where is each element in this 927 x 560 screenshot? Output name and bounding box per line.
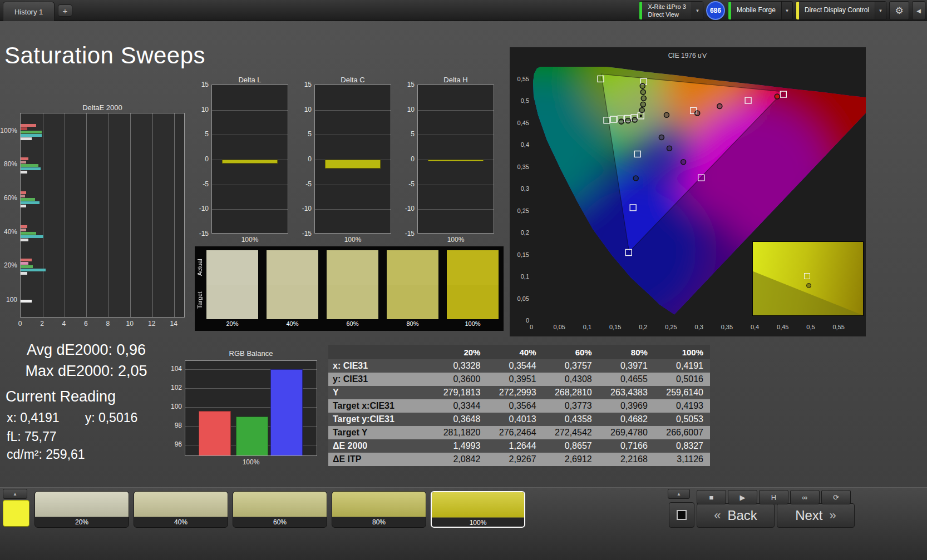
add-tab-button[interactable]: + [58, 4, 72, 17]
axis-tick-label: 8 [100, 320, 116, 328]
axis-tick-label: 0,15 [603, 324, 628, 330]
delta-h-chart [417, 85, 494, 234]
axis-tick-label: 0,2 [511, 229, 529, 236]
column-header: 80% [599, 345, 654, 359]
deltae-bar [21, 195, 25, 197]
table-row: x: CIE310,33280,35440,37570,39710,4191 [328, 359, 710, 373]
meter-label: X-Rite i1Pro 3 Direct View [642, 2, 691, 19]
gridline [65, 113, 65, 317]
measurement-marker [664, 112, 669, 117]
row-label: ΔE 2000 [328, 439, 431, 453]
measurement-marker [632, 117, 637, 122]
axis-tick-label: 0,05 [547, 324, 571, 330]
gridline [212, 110, 288, 111]
cell-value: 0,3544 [487, 359, 543, 373]
axis-tick-label: 2 [34, 320, 51, 328]
next-button-label: Next [795, 508, 822, 523]
axis-tick-label: 15 [201, 81, 209, 88]
top-bar: History 1 + X-Rite i1Pro 3 Direct View ▼… [0, 0, 927, 21]
play-button[interactable]: ▶ [728, 490, 757, 504]
table-row: ΔE 20001,49931,26440,86570,71660,8327 [328, 439, 710, 453]
deltae-bar [21, 235, 43, 238]
table-row: Target y:CIE310,36480,40130,43580,46820,… [328, 413, 710, 426]
gridline [315, 110, 391, 111]
swatch-actual-60% [327, 250, 378, 285]
up-arrow-icon: ▲ [13, 492, 17, 497]
axis-tick-label: 0,05 [511, 295, 529, 302]
deltae2000-x-axis: 02468101214 [20, 320, 185, 329]
delta-h-x-label: 100% [417, 236, 494, 244]
cell-value: 0,3757 [543, 359, 599, 373]
up-arrow-icon: ▲ [677, 492, 681, 497]
measurement-marker [681, 160, 686, 165]
stop-icon [677, 510, 687, 520]
deltae-bar [21, 262, 28, 265]
stop-measurement-button[interactable] [669, 502, 694, 528]
axis-tick-label: 15 [407, 81, 415, 88]
cell-value: 0,3600 [431, 373, 487, 386]
transport-panel-expand-button[interactable]: ▲ [668, 489, 690, 499]
back-button[interactable]: « Back [697, 503, 775, 528]
deltae-bar [21, 232, 36, 235]
stop-button[interactable]: ■ [697, 490, 726, 504]
swatch-target-40% [267, 285, 318, 319]
axis-tick-label: 0,45 [511, 120, 529, 126]
swatch-level-label: 40% [267, 320, 318, 327]
deltae-bar [21, 137, 32, 140]
cell-value: 266,6007 [654, 426, 710, 439]
hold-button[interactable]: H [759, 490, 788, 504]
white-point-dot [640, 115, 642, 117]
next-button[interactable]: Next » [777, 503, 855, 528]
patch-panel-expand-button[interactable]: ▲ [3, 489, 27, 499]
axis-tick-label: 100 [6, 296, 17, 304]
actual-row-label: Actual [196, 251, 205, 284]
history-tab[interactable]: History 1 [3, 2, 55, 21]
settings-button[interactable]: ⚙ [889, 1, 909, 20]
display-control-dropdown[interactable]: Direct Display Control ▼ [796, 1, 886, 20]
gridline [86, 113, 87, 317]
source-dropdown[interactable]: Mobile Forge ▼ [728, 1, 793, 20]
axis-tick-label: 60% [4, 194, 17, 202]
axis-tick-label: 20% [4, 261, 17, 269]
chevron-down-icon[interactable]: ▼ [692, 2, 703, 19]
source-label: Mobile Forge [731, 2, 781, 19]
cell-value: 0,8657 [543, 439, 599, 453]
patch-button-100%[interactable]: 100% [431, 491, 525, 528]
axis-tick-label: 10 [304, 106, 312, 113]
target-row-label: Target [196, 284, 205, 316]
cell-value: 2,2168 [599, 453, 654, 466]
delta-c-chart [314, 85, 391, 234]
gridline [212, 185, 288, 185]
axis-tick-label: 98 [175, 422, 182, 429]
cell-value: 3,1126 [654, 453, 710, 466]
continuous-button[interactable]: ∞ [790, 490, 820, 504]
patch-button-40%[interactable]: 40% [134, 491, 228, 528]
cell-value: 1,2644 [487, 439, 543, 453]
axis-tick-label: 0 [308, 155, 312, 163]
patch-button-20%[interactable]: 20% [34, 491, 129, 528]
patch-button-60%[interactable]: 60% [233, 491, 327, 528]
green-balance-bar [236, 417, 268, 456]
cell-value: 0,3951 [487, 373, 543, 386]
cell-value: 276,2464 [487, 426, 543, 439]
cell-value: 0,3328 [431, 359, 487, 373]
cell-value: 2,9267 [487, 453, 543, 466]
chevron-down-icon[interactable]: ▼ [781, 2, 792, 19]
session-count-badge[interactable]: 686 [706, 1, 725, 20]
gridline [43, 113, 43, 317]
measurement-marker [659, 135, 664, 140]
column-header: 100% [654, 345, 710, 359]
axis-tick-label: -15 [405, 230, 415, 237]
gridline [418, 185, 494, 185]
axis-tick-label: -5 [203, 180, 209, 188]
meter-dropdown[interactable]: X-Rite i1Pro 3 Direct View ▼ [639, 1, 703, 20]
patch-button-80%[interactable]: 80% [332, 491, 426, 528]
deltae-bar [21, 164, 38, 167]
loop-button[interactable]: ⟳ [821, 490, 851, 504]
axis-tick-label: 0,1 [575, 324, 599, 330]
collapse-panel-button[interactable]: ◀ [912, 1, 925, 20]
chevron-down-icon[interactable]: ▼ [875, 2, 886, 19]
measurement-marker [775, 94, 780, 99]
measurement-marker [667, 146, 672, 151]
axis-tick-label: 0,15 [511, 251, 529, 258]
